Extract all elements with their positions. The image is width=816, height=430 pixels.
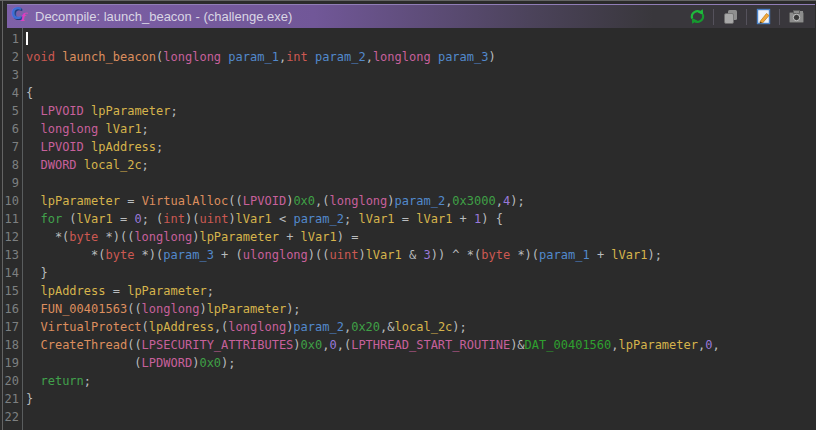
toolbar: [686, 7, 807, 27]
code-line[interactable]: 6 longlong lVar1;: [3, 120, 816, 138]
line-number: 22: [3, 408, 19, 426]
code-line[interactable]: 17 VirtualProtect(lpAddress,(longlong)pa…: [3, 318, 816, 336]
line-number: 11: [3, 210, 19, 228]
line-number: 20: [3, 372, 19, 390]
code-text: DWORD local_2c;: [26, 156, 149, 174]
code-line[interactable]: 13 *(byte *)(param_3 + (ulonglong)((uint…: [3, 246, 816, 264]
code-line[interactable]: 10 lpParameter = VirtualAlloc((LPVOID)0x…: [3, 192, 816, 210]
code-text: VirtualProtect(lpAddress,(longlong)param…: [26, 318, 467, 336]
line-number: 12: [3, 228, 19, 246]
line-number: 3: [3, 66, 19, 84]
line-number: 9: [3, 174, 19, 192]
line-number: 2: [3, 48, 19, 66]
code-text: FUN_00401563((longlong)lpParameter);: [26, 300, 301, 318]
toolbar-separator: [713, 9, 714, 25]
code-line[interactable]: 12 *(byte *)((longlong)lpParameter + lVa…: [3, 228, 816, 246]
code-line[interactable]: 3: [3, 66, 816, 84]
line-number: 16: [3, 300, 19, 318]
refresh-icon: [689, 8, 706, 25]
line-number: 1: [3, 30, 19, 48]
refresh-button[interactable]: [686, 7, 708, 27]
line-number: 10: [3, 192, 19, 210]
code-text: lpAddress = lpParameter;: [26, 282, 214, 300]
code-text: }: [26, 390, 33, 408]
line-number: 14: [3, 264, 19, 282]
toolbar-separator: [779, 9, 780, 25]
line-number: 21: [3, 390, 19, 408]
code-line[interactable]: 16 FUN_00401563((longlong)lpParameter);: [3, 300, 816, 318]
line-number: 5: [3, 102, 19, 120]
decompiler-icon-f: f: [20, 11, 25, 24]
edit-icon: [755, 8, 772, 25]
window-frame-top: [0, 0, 816, 1]
code-text: [26, 30, 28, 48]
code-line[interactable]: 8 DWORD local_2c;: [3, 156, 816, 174]
code-line[interactable]: 2void launch_beacon(longlong param_1,int…: [3, 48, 816, 66]
code-text: return;: [26, 372, 91, 390]
line-number: 6: [3, 120, 19, 138]
code-line[interactable]: 5 LPVOID lpParameter;: [3, 102, 816, 120]
code-line[interactable]: 14 }: [3, 264, 816, 282]
snapshot-icon: [788, 8, 805, 25]
code-text: CreateThread((LPSECURITY_ATTRIBUTES)0x0,…: [26, 336, 720, 354]
code-text: {: [26, 84, 33, 102]
code-line[interactable]: 18 CreateThread((LPSECURITY_ATTRIBUTES)0…: [3, 336, 816, 354]
code-text: longlong lVar1;: [26, 120, 149, 138]
code-text: LPVOID lpParameter;: [26, 102, 178, 120]
code-line[interactable]: 20 return;: [3, 372, 816, 390]
code-line[interactable]: 19 (LPDWORD)0x0);: [3, 354, 816, 372]
line-number: 18: [3, 336, 19, 354]
line-number: 8: [3, 156, 19, 174]
line-number: 4: [3, 84, 19, 102]
gutter-separator: [22, 28, 23, 430]
line-number: 13: [3, 246, 19, 264]
code-line[interactable]: 21}: [3, 390, 816, 408]
line-number: 7: [3, 138, 19, 156]
titlebar[interactable]: C f Decompile: launch_beacon - (challeng…: [7, 4, 815, 28]
code-text: for (lVar1 = 0; (int)(uint)lVar1 < param…: [26, 210, 503, 228]
code-text: (LPDWORD)0x0);: [26, 354, 236, 372]
code-line[interactable]: 11 for (lVar1 = 0; (int)(uint)lVar1 < pa…: [3, 210, 816, 228]
code-text: }: [26, 264, 48, 282]
code-text: *(byte *)((longlong)lpParameter + lVar1)…: [26, 228, 358, 246]
toolbar-separator: [746, 9, 747, 25]
copy-button[interactable]: [719, 7, 741, 27]
code-line[interactable]: 15 lpAddress = lpParameter;: [3, 282, 816, 300]
code-text: lpParameter = VirtualAlloc((LPVOID)0x0,(…: [26, 192, 525, 210]
window-title: Decompile: launch_beacon - (challenge.ex…: [35, 9, 686, 24]
code-line[interactable]: 1: [3, 30, 816, 48]
line-number: 17: [3, 318, 19, 336]
code-line[interactable]: 4{: [3, 84, 816, 102]
code-line[interactable]: 7 LPVOID lpAddress;: [3, 138, 816, 156]
text-caret: [26, 32, 28, 45]
copy-icon: [722, 8, 739, 25]
code-line[interactable]: 9: [3, 174, 816, 192]
code-text: LPVOID lpAddress;: [26, 138, 163, 156]
line-number: 19: [3, 354, 19, 372]
snapshot-button[interactable]: [785, 7, 807, 27]
code-area[interactable]: 12void launch_beacon(longlong param_1,in…: [3, 30, 816, 430]
code-line[interactable]: 22: [3, 408, 816, 426]
edit-button[interactable]: [752, 7, 774, 27]
line-number: 15: [3, 282, 19, 300]
decompiler-icon: C f: [11, 8, 29, 25]
code-text: void launch_beacon(longlong param_1,int …: [26, 48, 496, 66]
code-text: *(byte *)(param_3 + (ulonglong)((uint)lV…: [26, 246, 662, 264]
